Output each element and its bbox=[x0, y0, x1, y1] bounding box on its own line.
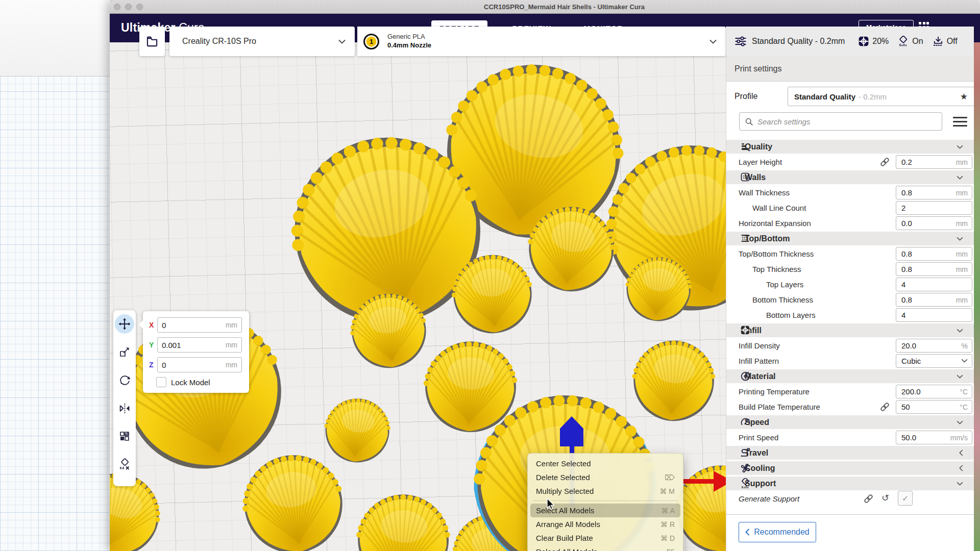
setting-unit: °C bbox=[960, 403, 968, 411]
per-model-settings-icon bbox=[119, 431, 130, 442]
z-position-field[interactable]: mm bbox=[157, 357, 242, 372]
setting-label: Wall Thickness bbox=[739, 188, 790, 197]
mirror-tool-button[interactable] bbox=[115, 398, 134, 418]
chevron-down-icon bbox=[957, 145, 963, 149]
shell-model[interactable] bbox=[422, 340, 519, 434]
setting-value: 0.0 bbox=[901, 219, 912, 228]
shell-model[interactable] bbox=[353, 491, 453, 551]
generate-support-checkbox[interactable]: ✓ bbox=[898, 491, 913, 506]
setting-unit: mm/s bbox=[950, 434, 968, 442]
setting-value-field[interactable]: 0.8mm bbox=[896, 247, 972, 261]
section-top-bottom[interactable]: Top/Bottom bbox=[726, 232, 974, 245]
setting-value-field[interactable]: 0.8mm bbox=[896, 186, 972, 199]
setting-unit: mm bbox=[956, 219, 968, 228]
material-selector[interactable]: 1 Generic PLA 0.4mm Nozzle bbox=[357, 27, 726, 56]
section-speed[interactable]: Speed bbox=[726, 415, 974, 429]
recommended-button[interactable]: Recommended bbox=[739, 522, 816, 542]
menu-item-clear-build-plate[interactable]: Clear Build Plate⌘ D bbox=[530, 531, 680, 545]
setting-value-field[interactable]: 0.8mm bbox=[896, 293, 972, 307]
lock-model-checkbox[interactable] bbox=[156, 377, 166, 387]
material-info: Generic PLA 0.4mm Nozzle bbox=[387, 33, 431, 50]
menu-item-delete-selected[interactable]: Delete Selected⌦ bbox=[530, 470, 680, 484]
travel-icon bbox=[740, 447, 751, 458]
setting-unit: °C bbox=[960, 388, 968, 396]
menu-item-label: Select All Models bbox=[536, 506, 594, 515]
scale-icon bbox=[119, 346, 130, 358]
section-material[interactable]: Material bbox=[726, 369, 974, 383]
chevron-down-icon bbox=[957, 374, 963, 379]
close-window-icon[interactable] bbox=[114, 4, 120, 10]
menu-item-select-all-models[interactable]: Select All Models⌘ A bbox=[530, 504, 680, 517]
revert-icon[interactable]: ↺ bbox=[881, 492, 889, 504]
printer-name: Creality CR-10S Pro bbox=[182, 37, 256, 46]
y-position-field[interactable]: mm bbox=[157, 337, 242, 353]
menu-item-label: Center Selected bbox=[536, 459, 591, 468]
menu-item-multiply-selected[interactable]: Multiply Selected⌘ M bbox=[530, 484, 680, 498]
setting-value-field[interactable]: 4 bbox=[896, 308, 972, 322]
chevron-left-icon bbox=[959, 465, 963, 471]
setting-row-top-bottom-thickness: Top/Bottom Thickness0.8mm bbox=[726, 247, 974, 261]
setting-row-top-layers: Top Layers4 bbox=[726, 278, 974, 291]
open-file-button[interactable] bbox=[139, 27, 165, 56]
printer-selector[interactable]: Creality CR-10S Pro bbox=[169, 27, 355, 56]
chevron-left-icon bbox=[745, 529, 750, 536]
setting-value-field[interactable]: 0.0mm bbox=[896, 216, 972, 230]
3d-viewport[interactable]: X mm Y mm Z mm bbox=[110, 42, 726, 551]
infill-icon bbox=[740, 325, 750, 335]
shell-model[interactable] bbox=[629, 338, 718, 424]
support-blocker-tool-button[interactable] bbox=[115, 455, 134, 474]
support-blocker-icon bbox=[118, 458, 131, 470]
support-icon bbox=[740, 478, 751, 489]
rotate-tool-button[interactable] bbox=[115, 370, 134, 390]
material-name: Generic PLA bbox=[387, 33, 431, 41]
setting-value-field[interactable]: 4 bbox=[896, 278, 972, 291]
setting-label: Infill Density bbox=[739, 341, 780, 350]
setting-dropdown[interactable]: Cubic bbox=[896, 354, 972, 368]
shell-model[interactable] bbox=[236, 448, 350, 551]
section-quality[interactable]: Quality bbox=[726, 140, 974, 154]
walls-icon bbox=[740, 172, 750, 182]
setting-label: Layer Height bbox=[739, 158, 782, 166]
menu-item-center-selected[interactable]: Center Selected bbox=[530, 457, 680, 470]
shell-model[interactable] bbox=[321, 395, 393, 465]
z-axis-label: Z bbox=[149, 361, 157, 369]
per-model-settings-tool-button[interactable] bbox=[115, 427, 134, 446]
menu-item-reload-all-models[interactable]: Reload All ModelsF5 bbox=[530, 545, 680, 551]
print-settings-summary[interactable]: Standard Quality - 0.2mm 20% On bbox=[726, 27, 974, 56]
chevron-down-icon bbox=[957, 329, 963, 333]
section-infill[interactable]: Infill bbox=[726, 323, 974, 337]
print-settings-panel: Print settings Profile Standard Quality … bbox=[726, 56, 974, 551]
setting-label: Build Plate Temperature bbox=[739, 403, 820, 411]
menu-item-label: Arrange All Models bbox=[536, 520, 600, 529]
setting-label: Generate Support bbox=[739, 494, 799, 503]
section-travel[interactable]: Travel bbox=[726, 446, 974, 460]
infill-badge: 20% bbox=[858, 36, 889, 47]
section-cooling[interactable]: Cooling bbox=[726, 461, 974, 475]
move-tool-button[interactable] bbox=[115, 314, 134, 334]
setting-label: Wall Line Count bbox=[752, 204, 806, 212]
setting-value-field[interactable]: 200.0°C bbox=[896, 385, 972, 398]
setting-value-field[interactable]: 50.0mm/s bbox=[896, 431, 972, 444]
setting-value-field[interactable]: 0.8mm bbox=[896, 262, 972, 276]
menu-item-arrange-all-models[interactable]: Arrange All Models⌘ R bbox=[530, 517, 680, 531]
x-axis-label: X bbox=[149, 321, 157, 329]
x-axis-row: X mm bbox=[149, 317, 242, 333]
section-support[interactable]: Support bbox=[726, 477, 974, 490]
chevron-down-icon bbox=[957, 237, 963, 241]
setting-value: Cubic bbox=[901, 357, 921, 365]
section-walls[interactable]: Walls bbox=[726, 170, 974, 184]
z-axis-row: Z mm bbox=[149, 357, 242, 372]
scale-tool-button[interactable] bbox=[115, 342, 134, 362]
setting-value-field[interactable]: 50°C bbox=[896, 400, 972, 414]
lock-model-row: Lock Model bbox=[156, 377, 242, 387]
setting-value-field[interactable]: 2 bbox=[896, 201, 972, 215]
x-position-field[interactable]: mm bbox=[157, 317, 242, 333]
setting-label: Top/Bottom Thickness bbox=[739, 249, 814, 258]
setting-value-field[interactable]: 20.0% bbox=[896, 339, 972, 353]
infill-icon bbox=[858, 36, 869, 47]
y-axis-label: Y bbox=[149, 341, 157, 349]
setting-value-field[interactable]: 0.2mm bbox=[896, 155, 972, 169]
setting-row-generate-support: Generate Support↺✓ bbox=[726, 492, 974, 506]
setting-unit: mm bbox=[956, 250, 968, 258]
setting-unit: mm bbox=[956, 296, 968, 304]
